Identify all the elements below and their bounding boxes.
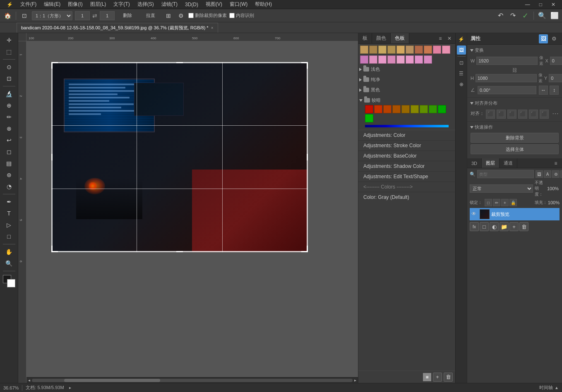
content-aware-checkbox[interactable]	[229, 13, 235, 18]
scroll-left-btn[interactable]: ◂	[28, 378, 30, 382]
foreground-background-colors[interactable]	[2, 275, 16, 287]
background-color[interactable]	[7, 279, 15, 287]
dark-swatch-5[interactable]	[411, 105, 419, 113]
crop-tool[interactable]: ⊡	[2, 73, 16, 84]
document-tab[interactable]: bandicam 2020-04-08 12-55-18-158.00_08_3…	[17, 23, 218, 33]
confirm-btn[interactable]: ✓	[520, 11, 530, 21]
grid-btn[interactable]: ⊞	[163, 11, 173, 21]
ip-adjust-btn[interactable]: ⊕	[457, 80, 466, 89]
select-tool[interactable]: ⬚	[2, 46, 16, 57]
align-center-h-btn[interactable]: ⬛	[497, 110, 506, 119]
swatch-9[interactable]	[442, 45, 450, 54]
scroll-right-btn[interactable]: ▸	[354, 378, 356, 382]
ctx-item-4[interactable]: Adjustments: Edit Text/Shape	[358, 172, 455, 182]
dodge-tool[interactable]: ◔	[2, 181, 16, 192]
align-bottom-btn[interactable]: ⬛	[540, 110, 549, 119]
panel-tab-1[interactable]: 板	[358, 33, 372, 43]
text-tool[interactable]: T	[2, 208, 16, 219]
panel-close-btn[interactable]: ✕	[445, 34, 454, 43]
crop-w-input[interactable]	[75, 11, 90, 20]
select-subject-btn[interactable]: 选择主体	[471, 144, 559, 154]
layer-group-btn[interactable]: 📁	[500, 222, 509, 231]
workspace-btn[interactable]: ⬜	[550, 11, 560, 21]
h-scrollbar[interactable]: ◂ ▸	[26, 377, 358, 383]
filter-shape-btn[interactable]: ⚙	[552, 170, 560, 178]
ctx-item-2[interactable]: Adjustments: BaseColor	[358, 151, 455, 161]
crop-handle-tl[interactable]	[51, 62, 58, 69]
window-close[interactable]: ✕	[548, 1, 559, 8]
eyedropper-tool[interactable]: 🔬	[2, 88, 16, 99]
filter-text-btn[interactable]: A	[544, 170, 551, 178]
window-minimize[interactable]: —	[522, 1, 533, 8]
gradient-tool[interactable]: ▤	[2, 158, 16, 169]
dark-swatch-3[interactable]	[392, 105, 401, 113]
menu-select[interactable]: 选择(S)	[134, 0, 157, 9]
delete-pixels-checkbox[interactable]	[188, 13, 194, 18]
swatch-5[interactable]	[406, 45, 414, 54]
layer-item-0[interactable]: 👁 裁剪预览	[470, 208, 560, 220]
h-scrollbar-thumb[interactable]	[64, 379, 161, 382]
lock-all-btn[interactable]: 🔒	[509, 199, 517, 206]
window-maximize[interactable]: □	[536, 1, 545, 8]
dark-swatch-8[interactable]	[438, 105, 446, 113]
layers-menu-btn[interactable]: ≡	[551, 159, 560, 168]
lock-transparent-btn[interactable]: □	[485, 199, 492, 206]
flip-h-btn[interactable]: ↔	[539, 86, 548, 95]
group-header-dark[interactable]: 较暗	[358, 96, 455, 104]
angle-input[interactable]	[478, 86, 536, 94]
panel-menu-btn[interactable]: ≡	[436, 34, 444, 43]
crop-handle-br[interactable]	[301, 246, 308, 252]
menu-image[interactable]: 图像(I)	[65, 0, 86, 9]
menu-filter[interactable]: 滤镜(T)	[158, 0, 181, 9]
canvas-area[interactable]: 100 200 300 400 500 600 700 1 2 3 4 5 6	[18, 33, 358, 383]
dark-swatch-4[interactable]	[401, 105, 410, 113]
swatch-17[interactable]	[424, 55, 432, 64]
move-tool[interactable]: ✛	[2, 35, 16, 45]
swatch-square-btn[interactable]: ■	[423, 373, 431, 381]
w-input[interactable]	[476, 57, 538, 65]
crop-btn[interactable]: ⊡	[19, 11, 29, 21]
align-left-btn[interactable]: ⬛	[486, 110, 495, 119]
flatten-btn[interactable]: 拉直	[140, 11, 161, 21]
layer-fx-btn[interactable]: fx	[470, 222, 479, 231]
delete-swatch-btn[interactable]: 🗑	[444, 373, 453, 382]
ctx-item-3[interactable]: Adjustments: Shadow Color	[358, 161, 455, 172]
align-title[interactable]: 对齐并分布	[471, 100, 559, 106]
blur-tool[interactable]: ⊛	[2, 170, 16, 180]
clear-btn[interactable]: 删除	[117, 11, 138, 21]
layers-tab-channels[interactable]: 通道	[500, 158, 517, 168]
search-btn[interactable]: 🔍	[537, 11, 547, 21]
path-select-tool[interactable]: ▷	[2, 220, 16, 230]
menu-file[interactable]: 文件(F)	[17, 0, 40, 9]
transform-title[interactable]: 变换	[471, 47, 559, 53]
y-input[interactable]	[549, 74, 562, 82]
filter-adjust-btn[interactable]: ◐	[560, 170, 562, 178]
content-aware-label[interactable]: 内容识别	[229, 12, 254, 19]
ctx-item-1[interactable]: Adjustments: Stroke Color	[358, 141, 455, 151]
ip-align-btn[interactable]: ☰	[457, 69, 466, 78]
zoom-tool[interactable]: 🔍	[2, 258, 16, 269]
swatch-3[interactable]	[387, 45, 396, 54]
lock-position-btn[interactable]: +	[501, 199, 509, 206]
panel-tab-colors[interactable]: 颜色	[372, 33, 391, 43]
pixel-layer-btn[interactable]: 🖼	[539, 34, 548, 43]
canvas-content[interactable]	[26, 41, 358, 383]
layer-visibility-btn[interactable]: 👁	[471, 211, 478, 218]
swatch-2[interactable]	[378, 45, 387, 54]
menu-layer[interactable]: 图层(L)	[87, 0, 110, 9]
tab-close-btn[interactable]: ×	[211, 26, 214, 30]
swap-icon[interactable]: ⇄	[92, 12, 97, 19]
ctx-item-6[interactable]: Color: Gray (Default)	[358, 192, 455, 202]
filter-pixel-btn[interactable]: 🖼	[536, 170, 543, 178]
dark-swatch-7[interactable]	[429, 105, 437, 113]
align-center-v-btn[interactable]: ⬛	[529, 110, 538, 119]
more-align-options[interactable]: ⋯	[552, 110, 559, 117]
swatches-scroll[interactable]: 浅色 纯净 黑色	[358, 65, 455, 370]
swatch-8[interactable]	[433, 45, 441, 54]
brush-tool[interactable]: ✏	[2, 112, 16, 122]
swatch-4[interactable]	[396, 45, 405, 54]
shape-tool[interactable]: □	[2, 231, 16, 242]
dark-swatch-1[interactable]	[374, 105, 382, 113]
new-swatch-btn[interactable]: +	[433, 373, 442, 382]
group-header-black[interactable]: 黑色	[358, 86, 455, 94]
